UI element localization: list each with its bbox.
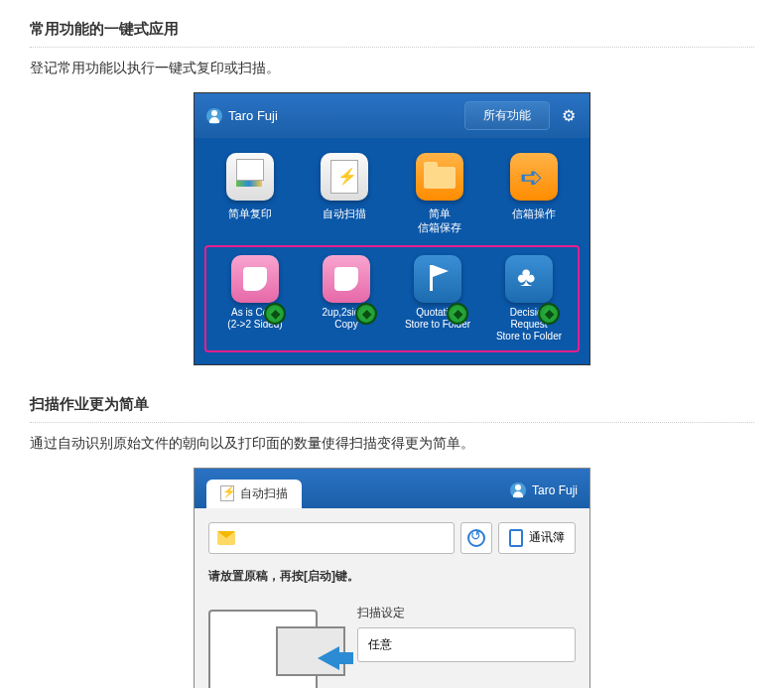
scan-user: Taro Fuji (510, 482, 578, 508)
user-icon (206, 108, 222, 124)
contacts-button[interactable]: 通讯簿 (498, 522, 576, 554)
start-badge-icon: ◆ (355, 303, 377, 325)
app-auto-scan[interactable]: 自动扫描 (308, 153, 383, 235)
recipient-row: 通讯簿 (208, 522, 576, 554)
user-icon (510, 482, 526, 498)
oneclick-quotation-store[interactable]: ◆ Quotation Store to Folder (399, 255, 476, 343)
scan-icon (321, 153, 368, 201)
club-icon (505, 255, 553, 303)
start-badge-icon: ◆ (264, 303, 286, 325)
scan-tab-label: 自动扫描 (240, 485, 288, 502)
address-book-icon (509, 529, 523, 547)
app-simple-copy[interactable]: 简单复印 (212, 153, 288, 235)
scan-settings-label: 扫描设定 (357, 605, 576, 621)
printer-illustration (208, 605, 337, 688)
app-mailbox-operation[interactable]: 信箱操作 (497, 153, 573, 235)
gear-icon[interactable]: ⚙ (560, 107, 578, 125)
auto-scan-panel: 自动扫描 Taro Fuji 通讯簿 请放置原稿，再按[启动]键。 (194, 468, 590, 688)
scan-header: 自动扫描 Taro Fuji (195, 469, 589, 508)
oneclick-decision-request[interactable]: ◆ Decision Request Store to Folder (490, 255, 568, 343)
device-home-panel: Taro Fuji 所有功能 ⚙ 简单复印 自动扫描 简单 信箱保存 信箱操作 … (194, 92, 590, 365)
oneclick-icon (323, 255, 370, 303)
oneclick-2up-2sided[interactable]: ◆ 2up,2sided Copy (308, 255, 385, 343)
arrow-left-icon (318, 646, 339, 670)
app-label: 简单 信箱保存 (402, 206, 477, 235)
oneclick-as-is-copy[interactable]: ◆ As is Copy (2->2 Sided) (216, 255, 294, 343)
app-label: 简单复印 (212, 206, 288, 220)
scan-user-name: Taro Fuji (532, 483, 578, 497)
recipient-input[interactable] (208, 522, 455, 554)
mailbox-icon (510, 153, 558, 201)
user-name: Taro Fuji (228, 108, 464, 123)
all-functions-button[interactable]: 所有功能 (464, 101, 550, 130)
app-icon-grid: 简单复印 自动扫描 简单 信箱保存 信箱操作 (195, 138, 589, 245)
oneclick-icon (231, 255, 279, 303)
section2-title: 扫描作业更为简单 (30, 395, 754, 423)
history-icon (467, 529, 485, 547)
app-label: 自动扫描 (308, 206, 383, 220)
folder-icon (416, 153, 463, 201)
instruction-text: 请放置原稿，再按[启动]键。 (208, 568, 576, 585)
start-badge-icon: ◆ (538, 303, 560, 325)
copy-icon (226, 153, 274, 201)
flag-icon (414, 255, 461, 303)
panel-header: Taro Fuji 所有功能 ⚙ (195, 93, 589, 138)
app-simple-mailbox-save[interactable]: 简单 信箱保存 (402, 153, 477, 235)
oneclick-highlight-row: ◆ As is Copy (2->2 Sided) ◆ 2up,2sided C… (204, 245, 580, 352)
scan-tab[interactable]: 自动扫描 (206, 480, 302, 508)
start-badge-icon: ◆ (447, 303, 468, 325)
section1-title: 常用功能的一键式应用 (30, 20, 754, 48)
history-button[interactable] (460, 522, 492, 554)
app-label: 信箱操作 (497, 206, 573, 220)
section1-desc: 登记常用功能以执行一键式复印或扫描。 (30, 60, 754, 77)
envelope-icon (217, 531, 235, 545)
section2-desc: 通过自动识别原始文件的朝向以及打印面的数量使得扫描变得更为简单。 (30, 435, 754, 453)
scan-settings-select[interactable]: 任意 (357, 627, 576, 662)
scan-tab-icon (220, 485, 234, 501)
contacts-label: 通讯簿 (529, 529, 565, 546)
